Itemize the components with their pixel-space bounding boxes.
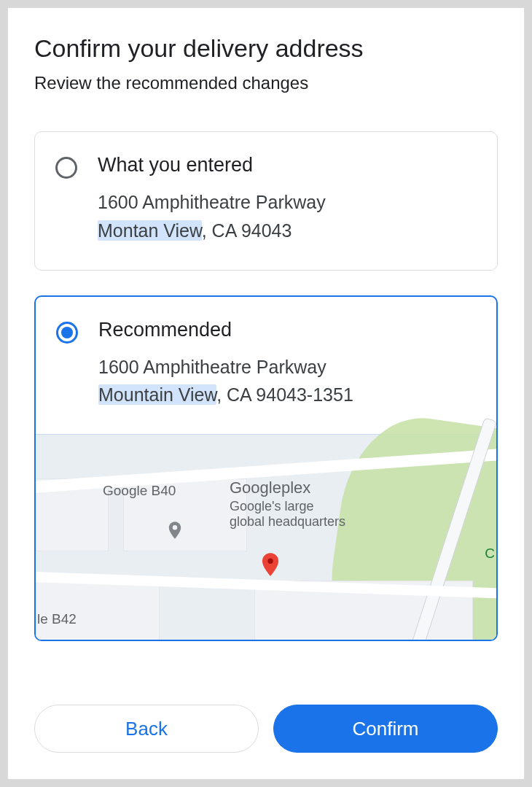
entered-rest: , CA 94043 bbox=[202, 220, 292, 241]
map-label-googleplex: Googleplex bbox=[230, 478, 310, 497]
dialog-title: Confirm your delivery address bbox=[34, 34, 498, 63]
map-label-googleplex-sub: Google's largeglobal headquarters bbox=[230, 499, 345, 529]
dialog-actions: Back Confirm bbox=[34, 674, 498, 753]
map-marker-icon bbox=[257, 546, 284, 573]
recommended-city-highlight: Mountain View bbox=[98, 384, 216, 405]
radio-recommended[interactable] bbox=[56, 322, 78, 344]
svg-point-0 bbox=[267, 559, 273, 564]
entered-line1: 1600 Amphitheatre Parkway bbox=[98, 188, 326, 217]
address-options: What you entered 1600 Amphitheatre Parkw… bbox=[34, 131, 498, 641]
back-button[interactable]: Back bbox=[34, 705, 259, 753]
confirm-button[interactable]: Confirm bbox=[273, 705, 498, 753]
radio-entered[interactable] bbox=[55, 157, 77, 179]
recommended-line1: 1600 Amphitheatre Parkway bbox=[98, 353, 353, 381]
option-recommended[interactable]: Recommended 1600 Amphitheatre Parkway Mo… bbox=[34, 295, 498, 642]
confirm-address-dialog: Confirm your delivery address Review the… bbox=[7, 7, 525, 780]
option-entered[interactable]: What you entered 1600 Amphitheatre Parkw… bbox=[34, 131, 498, 271]
entered-city-highlight: Montan View bbox=[98, 220, 202, 241]
map-preview: Google B40 Googleplex Google's largeglob… bbox=[36, 434, 496, 640]
option-recommended-label: Recommended bbox=[98, 319, 353, 341]
dialog-subtitle: Review the recommended changes bbox=[34, 73, 498, 93]
map-label-b42: le B42 bbox=[37, 611, 77, 627]
map-label-east: C bbox=[485, 546, 495, 562]
map-label-b40: Google B40 bbox=[103, 483, 176, 499]
entered-line2: Montan View, CA 94043 bbox=[98, 217, 326, 245]
recommended-line2: Mountain View, CA 94043-1351 bbox=[98, 381, 353, 409]
option-entered-label: What you entered bbox=[98, 154, 326, 177]
recommended-rest: , CA 94043-1351 bbox=[216, 384, 353, 405]
map-pin-icon bbox=[165, 516, 178, 530]
